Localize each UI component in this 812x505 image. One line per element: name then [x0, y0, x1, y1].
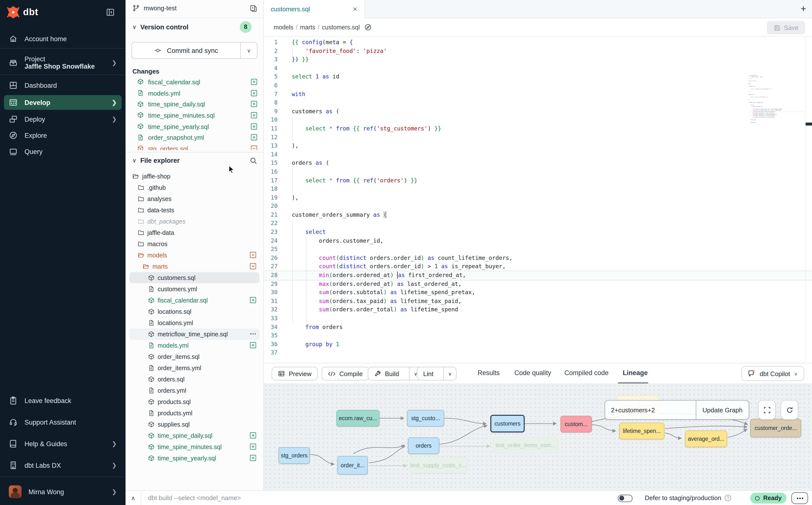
change-row[interactable]: fiscal_calendar.sql: [126, 76, 263, 88]
sidebar-item-account-home[interactable]: Account home: [4, 31, 122, 46]
lineage-node-custom[interactable]: custom...: [560, 416, 592, 433]
save-button[interactable]: Save: [767, 21, 805, 34]
code-line-30[interactable]: 30 sum(orders.subtotal) as lifetime_spen…: [264, 288, 812, 297]
build-button[interactable]: Build ∨: [368, 367, 423, 380]
breadcrumb-models[interactable]: models: [274, 24, 294, 31]
tab-code-quality[interactable]: Code quality: [514, 369, 551, 376]
new-tab-icon[interactable]: +: [801, 3, 806, 14]
code-line-13[interactable]: 13),: [264, 142, 812, 150]
commit-dropdown[interactable]: ∨: [240, 43, 257, 58]
lineage-node-customers[interactable]: customers: [490, 415, 525, 433]
file-row-locations.yml[interactable]: locations.yml: [130, 317, 260, 329]
tab-customers-sql[interactable]: customers.sql ✕: [264, 0, 365, 18]
file-row-jaffle-shop[interactable]: jaffle-shop: [130, 171, 260, 182]
stage-plus-icon[interactable]: [251, 90, 258, 96]
fullscreen-button[interactable]: [758, 400, 776, 420]
file-row-models[interactable]: models: [130, 249, 260, 261]
change-row[interactable]: time_spine_daily.sql: [126, 99, 263, 110]
lineage-node-test_supply_costs_s[interactable]: test_supply_costs_s...: [410, 457, 467, 474]
file-row-time_spine_minutes.sql[interactable]: time_spine_minutes.sql: [130, 441, 260, 453]
stage-plus-icon[interactable]: [251, 123, 258, 130]
file-row-locations.sql[interactable]: locations.sql: [130, 306, 260, 317]
stage-plus-icon[interactable]: [250, 432, 257, 439]
file-row-time_spine_yearly.sql[interactable]: time_spine_yearly.sql: [130, 453, 260, 464]
file-row-data-tests[interactable]: data-tests: [130, 204, 260, 216]
code-line-34[interactable]: 34 from orders: [264, 323, 812, 331]
file-row-supplies.sql[interactable]: supplies.sql: [130, 419, 260, 430]
file-row-orders.sql[interactable]: orders.sql: [130, 374, 260, 385]
refresh-button[interactable]: [781, 400, 798, 420]
stage-plus-icon[interactable]: [251, 101, 258, 108]
code-line-10[interactable]: 10: [264, 116, 812, 125]
lineage-node-order_it[interactable]: order_it...: [337, 456, 368, 475]
code-line-25[interactable]: 25: [264, 245, 812, 254]
file-row-macros[interactable]: macros: [130, 238, 260, 249]
stage-plus-icon[interactable]: [250, 342, 257, 349]
expand-command-bar-icon[interactable]: ∧: [126, 491, 141, 505]
lineage-canvas[interactable]: ecom.raw_cu...stg_custo...customerscusto…: [264, 383, 812, 490]
stage-plus-icon[interactable]: [250, 443, 257, 450]
stage-plus-icon[interactable]: [251, 112, 258, 119]
change-row[interactable]: time_spine_yearly.sql: [126, 121, 263, 132]
code-line-28[interactable]: 28 min(orders.ordered_at) as first_order…: [264, 271, 812, 280]
sidebar-item-project[interactable]: Project Jaffle Shop Snowflake ❯: [4, 54, 122, 71]
copy-icon[interactable]: [250, 4, 258, 12]
code-line-9[interactable]: 9customers as (: [264, 107, 812, 116]
file-row-order_items.sql[interactable]: order_items.sql: [130, 351, 260, 362]
code-line-22[interactable]: 22: [264, 219, 812, 228]
lineage-node-ecomraw_cu[interactable]: ecom.raw_cu...: [336, 410, 379, 427]
code-line-19[interactable]: 19),: [264, 193, 812, 202]
file-row-.github[interactable]: .github: [130, 182, 260, 193]
breadcrumb-marts[interactable]: marts: [300, 24, 316, 31]
preview-button[interactable]: Preview: [272, 367, 318, 380]
minimap[interactable]: 1{{ config(meta = {2 'favorite_food': 'p…: [747, 75, 805, 146]
code-line-8[interactable]: 8: [264, 99, 812, 107]
code-line-5[interactable]: 5select 1 as id: [264, 73, 812, 81]
code-line-32[interactable]: 32 sum(orders.order_total) as lifetime_s…: [264, 306, 812, 314]
code-line-37[interactable]: 37: [747, 123, 803, 124]
file-row-products.yml[interactable]: products.yml: [130, 407, 260, 419]
lineage-node-customer_orde[interactable]: customer_orde...: [750, 419, 801, 437]
lint-button[interactable]: Lint ∨: [417, 367, 457, 380]
code-line-12[interactable]: 12: [264, 133, 812, 142]
tab-compiled-code[interactable]: Compiled code: [564, 369, 609, 376]
file-row-orders.yml[interactable]: orders.yml: [130, 385, 260, 396]
code-line-33[interactable]: 33: [264, 314, 812, 323]
commit-and-sync-button[interactable]: Commit and sync ∨: [131, 42, 258, 59]
sidebar-item-dbt-labs-dx[interactable]: dbt Labs DX ❯: [4, 458, 122, 473]
code-line-35[interactable]: 35: [264, 331, 812, 340]
command-input[interactable]: dbt build --select <model_name>: [148, 494, 241, 502]
search-icon[interactable]: [250, 157, 258, 165]
git-branch[interactable]: mwong-test: [132, 4, 176, 12]
lineage-node-orders[interactable]: orders: [408, 437, 439, 454]
sidebar-item-help-guides[interactable]: Help & Guides ❯: [4, 436, 122, 451]
collapse-sidebar-icon[interactable]: [106, 8, 115, 17]
lineage-selector-input[interactable]: 2+customers+2: [605, 400, 696, 419]
code-line-36[interactable]: 36 group by 1: [264, 340, 812, 349]
code-line-11[interactable]: 11 select * from {{ ref('stg_customers')…: [264, 125, 812, 133]
code-line-29[interactable]: 29 max(orders.ordered_at) as last_ordere…: [264, 280, 812, 288]
code-line-15[interactable]: 15orders as (: [264, 159, 812, 168]
file-row-time_spine_daily.sql[interactable]: time_spine_daily.sql: [130, 430, 260, 441]
lint-dropdown[interactable]: ∨: [443, 367, 456, 380]
code-line-26[interactable]: 26 count(distinct orders.order_id) as co…: [264, 254, 812, 263]
lineage-node-lifetime_spen[interactable]: lifetime_spen...: [619, 423, 664, 439]
code-line-27[interactable]: 27 count(distinct orders.order_id) > 1 a…: [264, 263, 812, 271]
code-line-17[interactable]: 17 select * from {{ ref('orders') }}: [264, 176, 812, 185]
stage-plus-icon[interactable]: [250, 455, 257, 461]
stage-plus-icon[interactable]: [250, 297, 257, 304]
status-badge[interactable]: Ready: [751, 493, 787, 504]
close-icon[interactable]: ✕: [352, 6, 357, 12]
file-row-models.yml[interactable]: models.yml: [130, 340, 260, 351]
row-menu-icon[interactable]: [250, 330, 257, 337]
change-row[interactable]: stg_orders.sql: [126, 143, 263, 150]
dbt-copilot-button[interactable]: dbt Copilot ∨: [742, 366, 804, 381]
tab-lineage[interactable]: Lineage: [623, 369, 648, 376]
unstage-icon[interactable]: [251, 145, 258, 150]
file-row-marts[interactable]: marts: [130, 261, 260, 272]
code-line-7[interactable]: 7with: [264, 90, 812, 99]
stage-plus-icon[interactable]: [251, 78, 258, 85]
update-graph-button[interactable]: Update Graph: [696, 400, 749, 419]
change-row[interactable]: models.yml: [126, 88, 263, 99]
file-row-dbt_packages[interactable]: dbt_packages: [130, 216, 260, 227]
